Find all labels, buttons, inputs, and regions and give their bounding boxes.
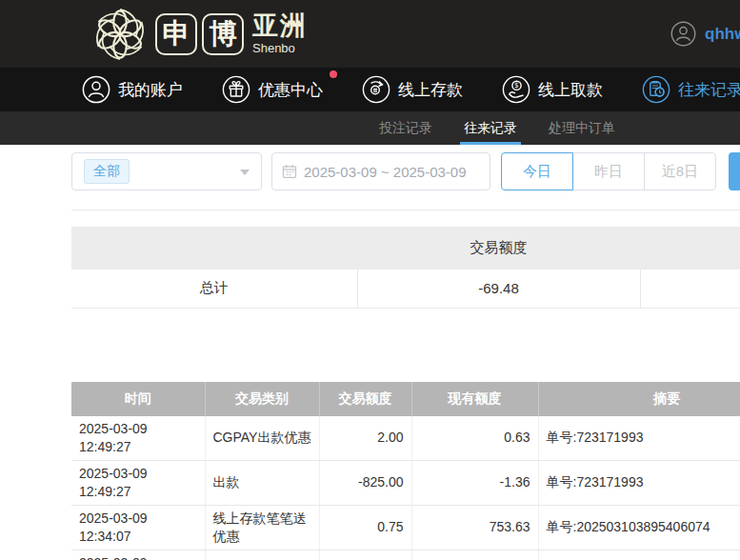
brand-char-bo: 博 [202, 13, 244, 55]
tab-label: 往来记录 [464, 120, 517, 137]
nav-item-online-withdrawal[interactable]: $ 线上取款 [502, 75, 603, 104]
filter-row: 全部 2025-03-09 ~ 2025-03-09 今日 昨日 近8日 [71, 152, 740, 190]
top-header: 申 博 亚洲 Shenbo qhhw [0, 0, 740, 68]
content: 全部 2025-03-09 ~ 2025-03-09 今日 昨日 近8日 [0, 152, 740, 560]
user-icon [82, 75, 110, 104]
cell-summary: 单号:202503103895406074 [538, 550, 740, 560]
cell-amount: 750.00 [319, 550, 411, 560]
search-button[interactable] [729, 152, 740, 190]
transaction-type-select[interactable]: 全部 [71, 152, 262, 190]
cell-summary: 单号:723171993 [538, 416, 740, 461]
cell-type: 线上存款笔笔送优惠 [205, 505, 319, 550]
nav-label: 往来记录 [678, 79, 740, 101]
cell-balance: 753.63 [411, 505, 538, 550]
main-nav: 我的账户 优惠中心 线上存款 [0, 68, 740, 111]
cell-type: CGPAY出款优惠 [205, 416, 319, 461]
col-header-balance: 现有额度 [411, 382, 538, 416]
table-row: 2025-03-09 12:34:07线上存款笔笔送优惠0.75753.63单号… [71, 505, 740, 550]
date-range-input[interactable]: 2025-03-09 ~ 2025-03-09 [271, 152, 490, 190]
cell-summary: 单号:723171993 [538, 460, 740, 505]
cell-type: 出款 [205, 460, 319, 505]
cell-time: 2025-03-09 12:49:27 [71, 460, 205, 505]
records-tab-bar: 投注记录 往来记录 处理中订单 [0, 111, 740, 145]
tab-processing-orders[interactable]: 处理中订单 [549, 111, 615, 145]
summary-empty-cell [640, 270, 740, 308]
col-header-type: 交易类别 [205, 382, 319, 416]
summary-header-spacer [640, 227, 740, 270]
cell-time: 2025-03-09 12:49:27 [71, 416, 205, 461]
lotus-flower-icon [92, 7, 148, 62]
nav-item-my-account[interactable]: 我的账户 [82, 75, 183, 104]
brand-char-shen: 申 [155, 13, 197, 55]
gift-icon [222, 75, 250, 104]
tab-transaction-records[interactable]: 往来记录 [464, 111, 517, 145]
notification-badge-dot [330, 70, 337, 78]
avatar-icon [670, 21, 696, 47]
cell-time: 2025-03-09 12:34:07 [71, 505, 205, 550]
cell-balance: 752.88 [411, 550, 538, 560]
cell-summary: 单号:202503103895406074 [538, 505, 740, 550]
nav-item-online-deposit[interactable]: 线上存款 [362, 75, 463, 104]
summary-total-label: 总计 [71, 270, 357, 308]
tab-label: 投注记录 [379, 120, 432, 137]
brand-latin: Shenbo [252, 42, 308, 54]
table-row: 2025-03-09 12:34:07线上存款750.00752.88单号:20… [71, 550, 740, 560]
brand-logo[interactable]: 申 博 亚洲 Shenbo [92, 7, 308, 62]
date-range-value: 2025-03-09 ~ 2025-03-09 [304, 164, 467, 180]
nav-label: 我的账户 [118, 79, 183, 101]
last-8-days-button[interactable]: 近8日 [644, 152, 716, 190]
calendar-icon [282, 164, 297, 179]
svg-text:$: $ [514, 81, 519, 90]
selected-type-tag[interactable]: 全部 [84, 159, 130, 184]
nav-label: 线上取款 [538, 79, 603, 101]
today-button[interactable]: 今日 [501, 152, 573, 190]
cell-balance: 0.63 [411, 416, 538, 461]
username[interactable]: qhhw [705, 25, 740, 44]
yesterday-button[interactable]: 昨日 [572, 152, 645, 190]
summary-table: 交易额度 总计 -69.48 [71, 227, 740, 309]
summary-header-spacer [71, 227, 357, 270]
col-header-amount: 交易额度 [319, 382, 411, 416]
nav-label: 线上存款 [398, 79, 463, 101]
transactions-table: 时间 交易类别 交易额度 现有额度 摘要 2025-03-09 12:49:27… [71, 382, 740, 560]
deposit-icon [362, 75, 390, 104]
tab-label: 处理中订单 [549, 120, 615, 137]
user-area[interactable]: qhhw [670, 0, 740, 68]
cell-type: 线上存款 [205, 550, 319, 560]
cell-amount: -825.00 [319, 460, 411, 505]
summary-total-value: -69.48 [357, 270, 640, 308]
summary-amount-header: 交易额度 [357, 227, 640, 270]
transactions-header-row: 时间 交易类别 交易额度 现有额度 摘要 [71, 382, 740, 416]
col-header-summary: 摘要 [538, 382, 740, 416]
withdraw-icon: $ [502, 75, 530, 104]
nav-item-promotions[interactable]: 优惠中心 [222, 75, 323, 104]
quick-range-group: 今日 昨日 近8日 [501, 152, 716, 190]
col-header-time: 时间 [71, 382, 205, 416]
cell-amount: 0.75 [319, 505, 411, 550]
chevron-down-icon [240, 170, 250, 175]
table-row: 2025-03-09 12:49:27CGPAY出款优惠2.000.63单号:7… [71, 416, 740, 461]
cell-amount: 2.00 [319, 416, 411, 461]
summary-total-row: 总计 -69.48 [71, 270, 740, 308]
cell-balance: -1.36 [411, 460, 538, 505]
table-row: 2025-03-09 12:49:27出款-825.00-1.36单号:7231… [71, 460, 740, 505]
transactions-body: 2025-03-09 12:49:27CGPAY出款优惠2.000.63单号:7… [71, 416, 740, 560]
brand-region: 亚洲 [252, 13, 308, 39]
nav-item-transaction-records[interactable]: 往来记录 [642, 75, 740, 104]
summary-header-row: 交易额度 [71, 227, 740, 270]
nav-label: 优惠中心 [258, 79, 323, 101]
records-icon [642, 75, 670, 104]
cell-time: 2025-03-09 12:34:07 [71, 550, 205, 560]
tab-betting-records[interactable]: 投注记录 [379, 111, 432, 145]
section-divider [71, 210, 740, 210]
